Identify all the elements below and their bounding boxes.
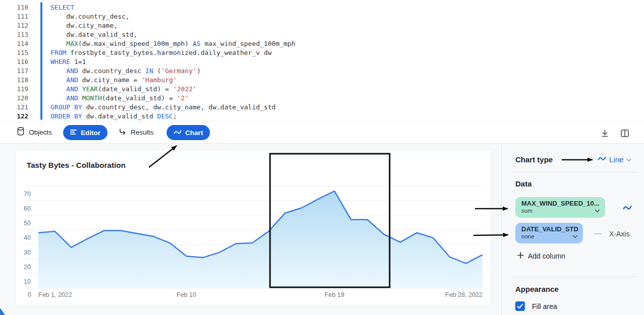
database-icon — [17, 127, 24, 138]
add-column-button[interactable]: Add column — [517, 251, 565, 261]
code-line: 110SELECT — [0, 3, 644, 12]
chart-type-heading: Chart type — [515, 155, 553, 164]
x-column-name: DATE_VALID_STD — [521, 225, 568, 233]
svg-text:Feb 10: Feb 10 — [177, 291, 196, 298]
code-line: 119 AND YEAR(date_valid_std) = '2022' — [0, 85, 644, 94]
editor-tab-button[interactable]: Editor — [63, 125, 108, 140]
y-column-name: MAX_WIND_SPEED_10... — [521, 200, 590, 207]
chart-title: Tasty Bytes - Collaboration — [27, 161, 126, 169]
code-line: 113 dw.date_valid_std, — [0, 30, 644, 39]
plus-icon — [517, 251, 524, 261]
svg-text:30: 30 — [24, 249, 31, 256]
fill-area-setting: Fill area — [515, 301, 557, 311]
chart-type-value: Line — [609, 155, 623, 164]
code-line: 111 dw.country_desc, — [0, 12, 644, 21]
chart-card: 010203040506070Feb 1, 2022Feb 10Feb 19Fe… — [15, 150, 491, 306]
code-line: 120 AND MONTH(date_valid_std) = '2' — [0, 94, 644, 103]
chart-config-panel: Chart type Line Data MAX_WIND_SPEED_10..… — [501, 144, 644, 315]
chevron-down-icon — [572, 231, 578, 240]
code-line: 114 MAX(dw.max_wind_speed_100m_mph) AS m… — [0, 39, 644, 48]
code-line: 112 dw.city_name, — [0, 21, 644, 30]
return-arrow-icon — [119, 128, 126, 137]
x-column-aggregation: none — [521, 233, 568, 239]
split-view-button[interactable] — [618, 127, 631, 140]
svg-text:10: 10 — [24, 278, 31, 285]
svg-text:Feb 28, 2022: Feb 28, 2022 — [445, 291, 482, 298]
code-line: 116WHERE 1=1 — [0, 57, 644, 67]
download-results-button[interactable] — [598, 127, 611, 140]
x-axis-dash-icon — [594, 233, 602, 234]
chart-label: Chart — [185, 129, 203, 137]
wind-speed-line-chart: 010203040506070Feb 1, 2022Feb 10Feb 19Fe… — [16, 150, 491, 305]
svg-text:Feb 1, 2022: Feb 1, 2022 — [38, 291, 72, 298]
divider — [511, 277, 638, 277]
chart-tab-button[interactable]: Chart — [167, 125, 210, 140]
svg-text:40: 40 — [24, 234, 31, 241]
chevron-down-icon — [595, 206, 600, 215]
line-squiggle-icon — [598, 155, 606, 164]
results-label: Results — [131, 129, 153, 136]
code-line: 122ORDER BY dw.date_valid_std DESC; — [0, 112, 644, 121]
editor-label: Editor — [81, 129, 100, 137]
sql-editor[interactable]: 110SELECT111 dw.country_desc,112 dw.city… — [0, 0, 644, 121]
x-column-selector[interactable]: DATE_VALID_STD none — [515, 223, 583, 243]
results-button[interactable]: Results — [119, 121, 153, 143]
chevron-down-icon — [626, 155, 631, 164]
y-column-aggregation: sum — [521, 208, 590, 214]
objects-button[interactable]: Objects — [17, 121, 52, 143]
appearance-heading: Appearance — [515, 285, 559, 293]
y-column-selector[interactable]: MAX_WIND_SPEED_10... sum — [515, 197, 605, 218]
results-toolbar: Objects Editor Results Chart — [0, 121, 644, 144]
add-column-label: Add column — [528, 252, 565, 260]
svg-text:Feb 19: Feb 19 — [325, 291, 344, 298]
svg-text:20: 20 — [24, 264, 31, 271]
svg-text:60: 60 — [24, 205, 31, 212]
code-line: 117 AND dw.country_desc IN ('Germany') — [0, 67, 644, 76]
code-line: 118 AND dw.city_name = 'Hamburg' — [0, 76, 644, 85]
data-heading: Data — [515, 179, 532, 188]
svg-text:50: 50 — [24, 220, 31, 227]
line-chart-icon — [174, 128, 182, 137]
code-lines: 110SELECT111 dw.country_desc,112 dw.city… — [0, 3, 644, 121]
fill-area-checkbox[interactable] — [515, 301, 525, 311]
svg-text:70: 70 — [24, 191, 31, 198]
chart-pane: 010203040506070Feb 1, 2022Feb 10Feb 19Fe… — [0, 144, 644, 315]
svg-text:0: 0 — [28, 291, 31, 298]
objects-label: Objects — [29, 129, 52, 136]
code-line: 121GROUP BY dw.country_desc, dw.city_nam… — [0, 103, 644, 112]
x-axis-label: X-Axis — [609, 230, 629, 238]
code-line: 115FROM frostbyte_tasty_bytes.harmonized… — [0, 48, 644, 57]
fill-area-label: Fill area — [532, 302, 557, 310]
series-line-indicator-icon — [623, 204, 632, 213]
chart-type-dropdown[interactable]: Line — [598, 155, 631, 164]
editor-lines-icon — [70, 128, 77, 137]
divider — [511, 172, 638, 173]
